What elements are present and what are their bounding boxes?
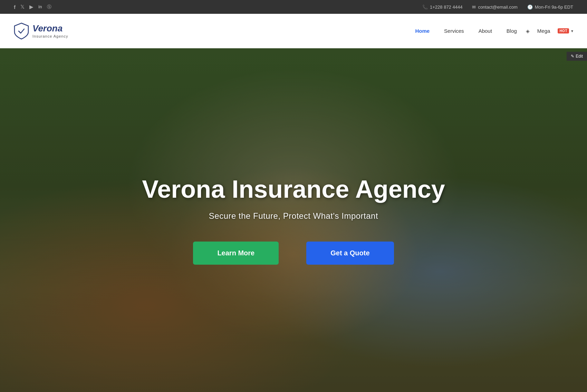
hero-buttons: Learn More Get a Quote — [142, 242, 445, 265]
business-hours: Mon-Fri 9a-6p EDT — [535, 4, 573, 10]
get-quote-button[interactable]: Get a Quote — [306, 242, 394, 265]
phone-number: 1+228 872 4444 — [430, 4, 462, 10]
social-links: f 𝕏 ▶ in Ⓢ — [14, 4, 51, 10]
hero-content: Verona Insurance Agency Secure the Futur… — [142, 176, 445, 265]
nav-blog[interactable]: Blog — [501, 25, 522, 37]
phone-info: 📞 1+228 872 4444 — [422, 4, 462, 10]
main-nav: Home Services About Blog ◈ Mega HOT ▾ — [410, 25, 573, 37]
nav-mega[interactable]: Mega — [532, 25, 556, 37]
facebook-icon[interactable]: f — [14, 4, 16, 10]
phone-icon: 📞 — [422, 4, 428, 10]
logo-text: Verona Insurance Agency — [32, 23, 68, 38]
skype-icon[interactable]: Ⓢ — [47, 4, 51, 10]
diamond-icon: ◈ — [526, 28, 530, 34]
brand-sub: Insurance Agency — [32, 34, 68, 39]
top-bar: f 𝕏 ▶ in Ⓢ 📞 1+228 872 4444 ✉ contact@em… — [0, 0, 587, 14]
hot-badge: HOT — [558, 28, 569, 33]
edit-icon: ✎ — [571, 54, 574, 59]
edit-button[interactable]: ✎ Edit — [567, 52, 587, 61]
nav-about[interactable]: About — [473, 25, 498, 37]
nav-mega-wrap: ◈ Mega HOT ▾ — [526, 25, 573, 37]
clock-icon: 🕐 — [527, 4, 533, 10]
twitter-icon[interactable]: 𝕏 — [20, 4, 25, 10]
chevron-down-icon[interactable]: ▾ — [571, 29, 573, 33]
brand-name: Verona — [32, 23, 68, 34]
hero-subtitle: Secure the Future, Protect What's Import… — [142, 211, 445, 221]
youtube-icon[interactable]: ▶ — [29, 4, 33, 10]
hero-section: ✎ Edit Verona Insurance Agency Secure th… — [0, 48, 587, 392]
hours-info: 🕐 Mon-Fri 9a-6p EDT — [527, 4, 573, 10]
edit-label: Edit — [576, 54, 583, 59]
email-info: ✉ contact@email.com — [472, 4, 517, 10]
linkedin-icon[interactable]: in — [38, 4, 42, 9]
learn-more-button[interactable]: Learn More — [193, 242, 279, 265]
nav-home[interactable]: Home — [410, 25, 435, 37]
email-address: contact@email.com — [478, 4, 517, 10]
hero-title: Verona Insurance Agency — [142, 176, 445, 203]
email-icon: ✉ — [472, 4, 476, 10]
logo[interactable]: Verona Insurance Agency — [14, 22, 68, 40]
shield-icon — [14, 22, 29, 40]
nav-services[interactable]: Services — [439, 25, 470, 37]
main-header: Verona Insurance Agency Home Services Ab… — [0, 14, 587, 48]
contact-info: 📞 1+228 872 4444 ✉ contact@email.com 🕐 M… — [422, 4, 573, 10]
